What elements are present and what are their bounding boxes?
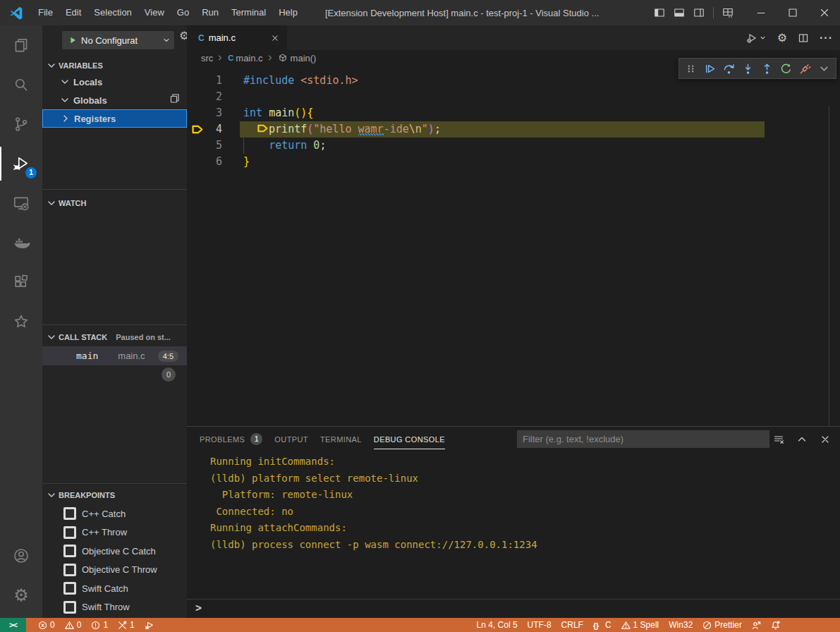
- braces-icon: {}: [593, 621, 602, 630]
- split-editor-icon[interactable]: [798, 32, 809, 44]
- panel-tab-output[interactable]: OUTPUT: [274, 427, 308, 451]
- breakpoints-section-header[interactable]: BREAKPOINTS: [42, 487, 187, 503]
- breakpoint-checkbox[interactable]: [63, 564, 76, 576]
- breadcrumb-item[interactable]: main.c: [236, 53, 262, 63]
- status-platform[interactable]: Win32: [664, 618, 698, 632]
- activity-item-remote-explorer[interactable]: [0, 183, 42, 223]
- section-divider[interactable]: [42, 189, 187, 190]
- debug-stackframe-pointer-icon[interactable]: [190, 123, 204, 136]
- status-prettier[interactable]: Prettier: [698, 618, 747, 632]
- activity-item-settings[interactable]: ⚙: [0, 576, 42, 615]
- start-debugging-icon[interactable]: [68, 35, 78, 45]
- breakpoint-row-swift-catch[interactable]: Swift Catch: [42, 579, 187, 597]
- variables-scope-registers[interactable]: Registers: [42, 109, 187, 128]
- breadcrumb-item[interactable]: src: [201, 53, 213, 63]
- activity-item-favorites[interactable]: [0, 302, 42, 341]
- minimize-button[interactable]: [745, 0, 777, 25]
- chevron-right-icon: [216, 54, 224, 62]
- activity-item-source-control[interactable]: [0, 104, 42, 144]
- call-stack-section-header[interactable]: CALL STACK Paused on st...: [42, 329, 187, 345]
- maximize-button[interactable]: [777, 0, 808, 25]
- stack-frame-row[interactable]: main main.c 4:5: [42, 346, 187, 365]
- step-into-icon[interactable]: [738, 60, 757, 77]
- breakpoint-row-objective-c-throw[interactable]: Objective C Throw: [42, 561, 187, 579]
- menu-selection[interactable]: Selection: [87, 0, 138, 25]
- continue-icon[interactable]: [700, 60, 719, 77]
- status-debug-indicator[interactable]: [140, 618, 159, 632]
- breadcrumb-item[interactable]: main(): [291, 53, 317, 63]
- status-text: 0: [50, 620, 55, 630]
- variables-section-header[interactable]: VARIABLES: [42, 58, 187, 73]
- section-divider[interactable]: [42, 483, 187, 484]
- breakpoint-checkbox[interactable]: [63, 582, 76, 595]
- status-infos[interactable]: 1: [86, 618, 113, 632]
- menu-view[interactable]: View: [138, 0, 171, 25]
- activity-item-extensions[interactable]: [0, 262, 42, 302]
- code-area[interactable]: 1#include <stdio.h>23int main(){4 printf…: [187, 66, 840, 426]
- status-cursor-position[interactable]: Ln 4, Col 5: [472, 618, 523, 632]
- restart-icon[interactable]: [777, 60, 796, 77]
- run-or-debug-button[interactable]: [746, 32, 767, 44]
- panel-tab-problems[interactable]: PROBLEMS1: [200, 427, 262, 451]
- launch-configuration-dropdown[interactable]: No Configurat: [62, 31, 174, 49]
- maximize-panel-icon[interactable]: [796, 434, 808, 445]
- status-warnings[interactable]: 0: [60, 618, 87, 632]
- panel-tab-terminal[interactable]: TERMINAL: [320, 427, 362, 451]
- console-filter-input[interactable]: [517, 430, 769, 448]
- breakpoint-row-c-catch[interactable]: C++ Catch: [42, 504, 187, 523]
- breakpoint-checkbox[interactable]: [63, 526, 76, 539]
- activity-item-run-and-debug[interactable]: 1: [0, 144, 42, 183]
- layout-panel-icon[interactable]: [674, 7, 685, 18]
- activity-item-search[interactable]: [0, 65, 42, 104]
- status-feedback[interactable]: [747, 618, 766, 632]
- clear-console-icon[interactable]: [773, 434, 784, 445]
- activity-item-explorer[interactable]: [0, 25, 42, 65]
- status-notifications[interactable]: [766, 618, 785, 632]
- chevron-down-icon[interactable]: [815, 60, 834, 77]
- status-language-mode[interactable]: {}C: [588, 618, 616, 632]
- status-errors[interactable]: 0: [33, 618, 60, 632]
- breakpoint-checkbox[interactable]: [63, 545, 76, 557]
- breakpoint-row-objective-c-catch[interactable]: Objective C Catch: [42, 542, 187, 560]
- breakpoint-row-swift-throw[interactable]: Swift Throw: [42, 598, 187, 616]
- step-over-icon[interactable]: [719, 60, 738, 77]
- breakpoint-checkbox[interactable]: [63, 507, 76, 520]
- layout-customize-icon[interactable]: [722, 7, 734, 18]
- step-out-icon[interactable]: [757, 60, 777, 77]
- error-icon: [38, 621, 47, 630]
- line-number: 3: [187, 105, 222, 121]
- layout-sidebar-right-icon[interactable]: [693, 7, 705, 18]
- more-actions-icon[interactable]: ···: [820, 32, 833, 44]
- tab-main-c[interactable]: C main.c: [187, 25, 287, 50]
- panel-tab-debug-console[interactable]: DEBUG CONSOLE: [374, 427, 445, 451]
- settings-gear-icon[interactable]: ⚙: [777, 32, 787, 44]
- disconnect-icon[interactable]: [796, 60, 815, 77]
- remote-indicator[interactable]: ><: [0, 618, 26, 632]
- menu-go[interactable]: Go: [171, 0, 195, 25]
- watch-section-header[interactable]: WATCH: [42, 195, 187, 211]
- debug-console-output[interactable]: Running initCommands:(lldb) platform sel…: [187, 454, 840, 597]
- activity-item-accounts[interactable]: [0, 536, 42, 576]
- layout-sidebar-left-icon[interactable]: [654, 7, 665, 18]
- menu-edit[interactable]: Edit: [59, 0, 87, 25]
- inline-breakpoint-icon[interactable]: [256, 122, 269, 135]
- status-encoding[interactable]: UTF-8: [523, 618, 556, 632]
- variables-scope-locals[interactable]: Locals: [42, 73, 187, 91]
- status-tools-count[interactable]: 1: [113, 618, 140, 632]
- status-eol[interactable]: CRLF: [556, 618, 588, 632]
- breakpoint-row-c-throw[interactable]: C++ Throw: [42, 523, 187, 542]
- close-tab-icon[interactable]: [270, 33, 280, 43]
- editor-scrollbar[interactable]: [829, 106, 829, 462]
- section-divider[interactable]: [42, 324, 187, 325]
- variables-scope-globals[interactable]: Globals: [42, 91, 187, 109]
- menu-terminal[interactable]: Terminal: [225, 0, 272, 25]
- close-panel-icon[interactable]: [820, 434, 831, 445]
- close-button[interactable]: [808, 0, 840, 25]
- menu-run[interactable]: Run: [195, 0, 225, 25]
- menu-file[interactable]: File: [32, 0, 59, 25]
- menu-help[interactable]: Help: [272, 0, 304, 25]
- activity-item-docker[interactable]: [0, 223, 42, 262]
- status-spell-checker[interactable]: 1 Spell: [616, 618, 664, 632]
- breakpoint-checkbox[interactable]: [63, 601, 76, 614]
- debug-console-input[interactable]: >: [187, 599, 840, 619]
